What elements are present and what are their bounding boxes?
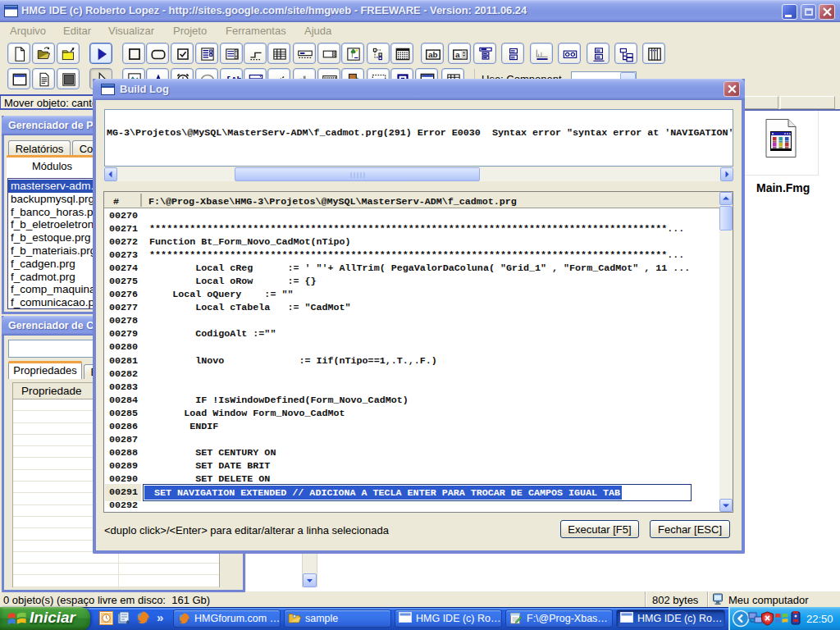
svg-text:a: a <box>455 50 460 59</box>
svg-text:ab: ab <box>428 50 438 59</box>
